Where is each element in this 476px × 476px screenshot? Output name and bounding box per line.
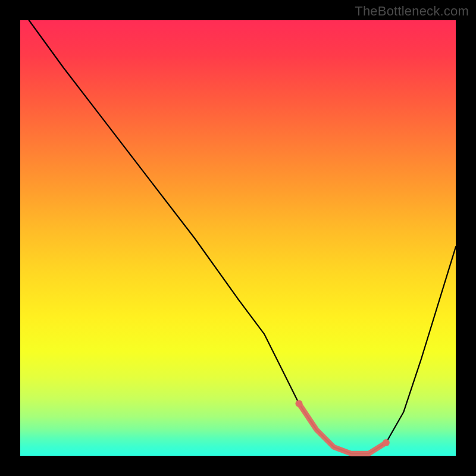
optimal-range-end-dot (383, 439, 390, 446)
curve-svg (20, 20, 456, 456)
bottleneck-curve (29, 20, 456, 453)
watermark-text: TheBottleneck.com (355, 4, 469, 19)
optimal-range-start-dot (295, 400, 302, 407)
chart-container: TheBottleneck.com (0, 0, 476, 476)
plot-area (20, 20, 456, 456)
optimal-range-highlight (299, 403, 386, 453)
